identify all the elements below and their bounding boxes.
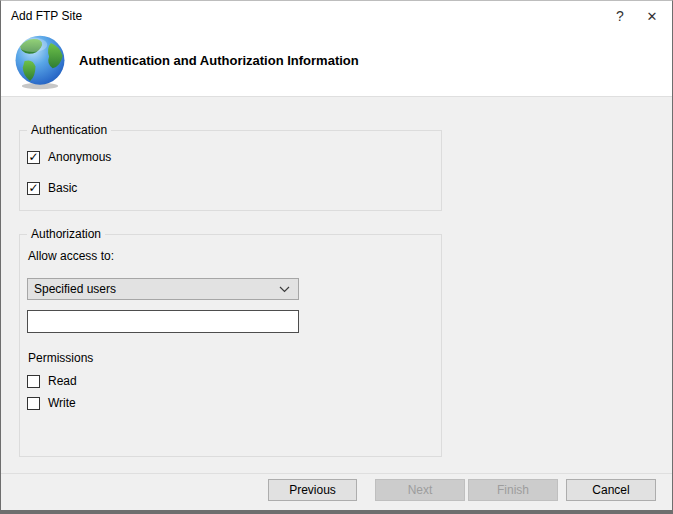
wizard-header: Authentication and Authorization Informa… [1,31,672,97]
authentication-group: Authentication ✓ Anonymous ✓ Basic [19,130,442,211]
close-button[interactable]: ✕ [636,1,668,31]
basic-checkbox[interactable]: ✓ [27,182,40,195]
chevron-down-icon [279,286,290,293]
write-checkbox[interactable] [27,397,40,410]
finish-button[interactable]: Finish [468,479,558,501]
read-checkbox-label: Read [48,374,77,388]
cancel-button[interactable]: Cancel [566,479,656,501]
page-title: Authentication and Authorization Informa… [79,53,359,68]
write-checkbox-label: Write [48,396,76,410]
authentication-group-label: Authentication [27,123,111,137]
add-ftp-site-dialog: Add FTP Site ? ✕ [0,0,673,514]
read-checkbox[interactable] [27,375,40,388]
next-button[interactable]: Next [375,479,465,501]
allow-access-to-dropdown[interactable]: Specified users [27,278,299,300]
basic-checkbox-row[interactable]: ✓ Basic [27,181,77,195]
anonymous-checkbox-label: Anonymous [48,150,111,164]
dropdown-selected-value: Specified users [34,282,279,296]
window-title: Add FTP Site [1,9,604,23]
previous-button[interactable]: Previous [268,479,357,501]
anonymous-checkbox[interactable]: ✓ [27,151,40,164]
permissions-label: Permissions [28,351,93,365]
footer-button-bar: Previous Next Finish Cancel [1,473,672,510]
authorization-group: Authorization Allow access to: Specified… [19,234,442,457]
dialog-body: Authentication ✓ Anonymous ✓ Basic Autho… [1,98,672,473]
specified-users-input[interactable] [27,310,299,333]
basic-checkbox-label: Basic [48,181,77,195]
title-bar: Add FTP Site ? ✕ [1,1,672,31]
authorization-group-label: Authorization [27,227,105,241]
globe-icon [11,33,69,94]
anonymous-checkbox-row[interactable]: ✓ Anonymous [27,150,111,164]
help-button[interactable]: ? [604,1,636,31]
allow-access-to-label: Allow access to: [28,249,114,263]
write-checkbox-row[interactable]: Write [27,396,76,410]
read-checkbox-row[interactable]: Read [27,374,77,388]
